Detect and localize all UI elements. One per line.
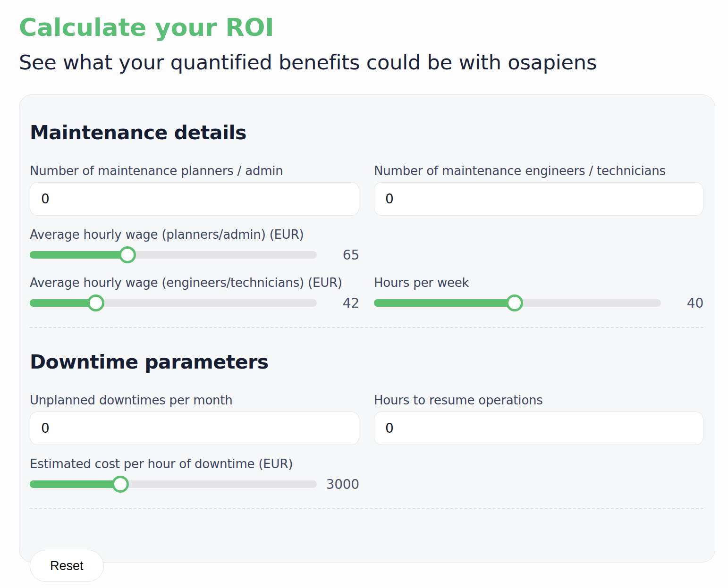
engineers-count-input[interactable] <box>374 182 703 216</box>
page-title: Calculate your ROI <box>19 14 715 41</box>
engineers-count-label: Number of maintenance engineers / techni… <box>374 164 703 178</box>
slider-thumb[interactable] <box>112 476 129 493</box>
field-hours-to-resume: Hours to resume operations <box>374 393 703 445</box>
planners-wage-slider[interactable] <box>30 251 317 259</box>
planners-wage-value: 65 <box>317 247 359 263</box>
downtime-grid: Unplanned downtimes per month Hours to r… <box>30 393 703 493</box>
slider-group-cost-per-hour: Estimated cost per hour of downtime (EUR… <box>30 457 359 493</box>
section-heading-downtime: Downtime parameters <box>30 351 703 373</box>
slider-thumb[interactable] <box>87 294 104 311</box>
slider-fill <box>374 299 515 307</box>
field-planners-count: Number of maintenance planners / admin <box>30 164 359 216</box>
cost-per-hour-slider[interactable] <box>30 480 317 488</box>
reset-button[interactable]: Reset <box>30 550 104 582</box>
section-divider <box>30 508 703 509</box>
hours-per-week-value: 40 <box>661 295 703 311</box>
slider-group-planners-wage: Average hourly wage (planners/admin) (EU… <box>30 227 359 264</box>
planners-wage-slider-row: 65 <box>30 246 359 264</box>
slider-fill <box>30 480 120 488</box>
slider-fill <box>30 251 127 259</box>
hours-to-resume-label: Hours to resume operations <box>374 393 703 407</box>
slider-fill <box>30 299 96 307</box>
planners-wage-label: Average hourly wage (planners/admin) (EU… <box>30 227 359 242</box>
slider-group-hours-per-week: Hours per week 40 <box>374 276 703 312</box>
downtimes-per-month-input[interactable] <box>30 412 359 445</box>
hours-to-resume-input[interactable] <box>374 412 703 445</box>
engineers-wage-label: Average hourly wage (engineers/technicia… <box>30 276 359 290</box>
cost-per-hour-value: 3000 <box>317 477 359 492</box>
cost-per-hour-label: Estimated cost per hour of downtime (EUR… <box>30 457 359 471</box>
planners-count-label: Number of maintenance planners / admin <box>30 164 359 178</box>
engineers-wage-value: 42 <box>317 295 359 311</box>
section-heading-maintenance: Maintenance details <box>30 121 703 144</box>
cost-per-hour-slider-row: 3000 <box>30 475 359 493</box>
page-subtitle: See what your quantified benefits could … <box>19 51 715 74</box>
field-downtimes-per-month: Unplanned downtimes per month <box>30 393 359 445</box>
engineers-wage-slider[interactable] <box>30 299 317 307</box>
slider-group-engineers-wage: Average hourly wage (engineers/technicia… <box>30 276 359 312</box>
engineers-wage-slider-row: 42 <box>30 294 359 312</box>
slider-thumb[interactable] <box>119 246 136 263</box>
hours-per-week-label: Hours per week <box>374 276 703 290</box>
downtimes-per-month-label: Unplanned downtimes per month <box>30 393 359 407</box>
hours-per-week-slider-row: 40 <box>374 294 703 312</box>
maintenance-grid: Number of maintenance planners / admin N… <box>30 164 703 312</box>
slider-thumb[interactable] <box>506 294 523 311</box>
field-engineers-count: Number of maintenance engineers / techni… <box>374 164 703 216</box>
roi-calculator-page: Calculate your ROI See what your quantif… <box>0 0 728 563</box>
section-divider <box>30 327 703 328</box>
hours-per-week-slider[interactable] <box>374 299 661 307</box>
planners-count-input[interactable] <box>30 182 359 216</box>
calculator-card: Maintenance details Number of maintenanc… <box>19 94 715 563</box>
